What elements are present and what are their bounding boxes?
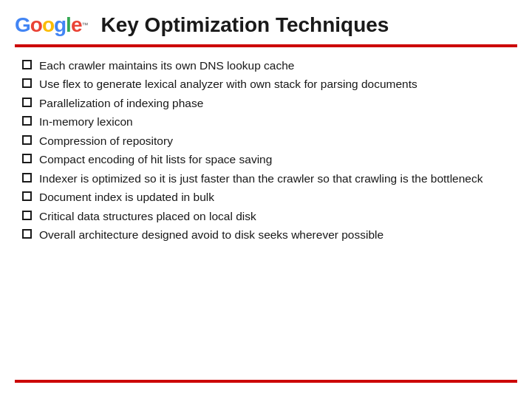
bullet-icon-9 [22,211,32,220]
bullet-text-2: Use flex to generate lexical analyzer wi… [39,76,510,92]
bullet-text-1: Each crawler maintains its own DNS looku… [39,58,510,74]
bullet-icon-7 [22,173,32,183]
bullet-item-4: In-memory lexicon [22,114,510,130]
google-logo: Google™ [15,15,87,35]
slide: Google™ Key Optimization Techniques Each… [0,0,532,399]
bullet-icon-6 [22,154,32,163]
bullet-item-5: Compression of repository [22,133,510,149]
bullet-text-5: Compression of repository [39,133,510,149]
bullet-text-9: Critical data structures placed on local… [39,208,510,225]
bullet-icon-8 [22,191,32,201]
bullet-icon-2 [22,78,32,88]
bullet-icon-4 [22,116,32,126]
logo-g2: g [54,15,66,35]
bullet-item-9: Critical data structures placed on local… [22,208,510,225]
bullet-text-4: In-memory lexicon [39,114,510,130]
logo-g1: G [15,15,30,35]
bullet-icon-10 [22,229,32,239]
bullet-text-7: Indexer is optimized so it is just faste… [39,171,510,187]
slide-title: Key Optimization Techniques [100,13,389,37]
bullet-item-8: Document index is updated in bulk [22,189,510,205]
bullet-text-8: Document index is updated in bulk [39,189,510,205]
logo-o1: o [30,15,42,35]
bullet-item-1: Each crawler maintains its own DNS looku… [22,58,510,74]
bottom-divider [15,380,517,383]
bullet-text-6: Compact encoding of hit lists for space … [39,151,510,168]
bullet-list: Each crawler maintains its own DNS looku… [22,58,510,244]
bullet-item-2: Use flex to generate lexical analyzer wi… [22,76,510,92]
bullet-item-6: Compact encoding of hit lists for space … [22,151,510,168]
logo-e: e [71,15,82,35]
slide-content: Each crawler maintains its own DNS looku… [0,47,532,253]
bullet-text-3: Parallelization of indexing phase [39,95,510,112]
bullet-text-10: Overall architecture designed avoid to d… [39,227,510,243]
bullet-item-7: Indexer is optimized so it is just faste… [22,171,510,187]
bullet-item-10: Overall architecture designed avoid to d… [22,227,510,243]
bullet-icon-5 [22,135,32,145]
bullet-icon-1 [22,60,32,69]
bullet-item-3: Parallelization of indexing phase [22,95,510,112]
bullet-icon-3 [22,98,32,107]
logo-l: l [66,15,71,35]
logo-o2: o [42,15,54,35]
slide-header: Google™ Key Optimization Techniques [0,0,532,44]
logo-tm: ™ [81,22,87,29]
